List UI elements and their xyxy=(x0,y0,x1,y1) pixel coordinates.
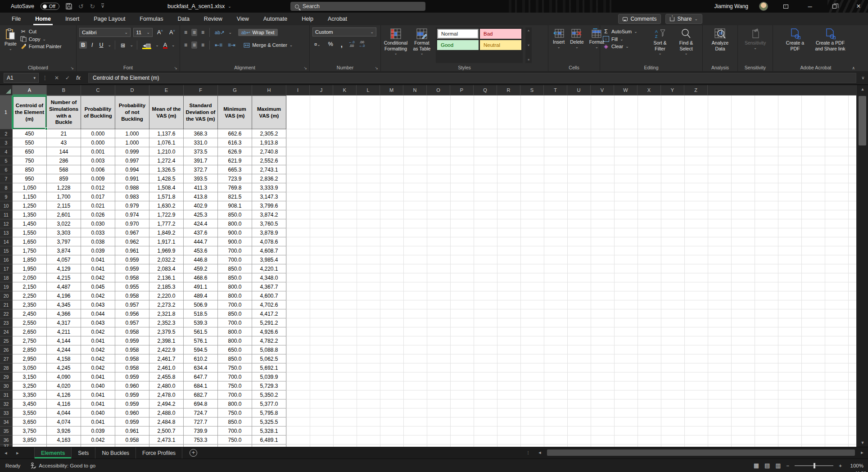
row-header-15[interactable]: 15 xyxy=(0,246,13,255)
decrease-decimal-button[interactable]: .00→.0 xyxy=(359,41,365,48)
cell-H32[interactable]: 5,377.0 xyxy=(252,399,286,408)
search-input[interactable]: Search xyxy=(290,2,425,11)
share-button[interactable]: Share ⌄ xyxy=(665,14,702,24)
underline-chevron-icon[interactable]: ⌄ xyxy=(108,43,112,47)
cell-A33[interactable]: 3,550 xyxy=(13,408,47,418)
gallery-down-icon[interactable]: ˅ xyxy=(528,44,529,47)
empty-cells-filler[interactable] xyxy=(286,273,856,282)
cell-E14[interactable]: 1,917.1 xyxy=(149,237,184,246)
row-header-14[interactable]: 14 xyxy=(0,237,13,246)
cell-B17[interactable]: 4,129 xyxy=(47,264,81,273)
cell-B31[interactable]: 4,126 xyxy=(47,390,81,399)
document-title[interactable]: buckfast_A_scen1.xlsx ⌄ xyxy=(167,0,231,13)
ribbon-tab[interactable]: Home xyxy=(28,13,58,25)
gallery-up-icon[interactable]: ˄ xyxy=(528,29,529,32)
row-header-32[interactable]: 32 xyxy=(0,399,13,408)
cell-E9[interactable]: 1,571.8 xyxy=(149,192,184,201)
cell-E5[interactable]: 1,272.4 xyxy=(149,156,184,165)
row-header-23[interactable]: 23 xyxy=(0,318,13,327)
cell-F32[interactable]: 694.8 xyxy=(184,399,218,408)
cell-H3[interactable]: 1,913.8 xyxy=(252,138,286,147)
cell-F11[interactable]: 425.3 xyxy=(184,210,218,219)
cell-D36[interactable]: 0.958 xyxy=(115,436,149,445)
cell-B8[interactable]: 1,228 xyxy=(47,183,81,192)
cell-D24[interactable]: 0.958 xyxy=(115,327,149,336)
cell-F23[interactable]: 539.3 xyxy=(184,318,218,327)
cell-B28[interactable]: 4,245 xyxy=(47,363,81,372)
cell-B24[interactable]: 4,211 xyxy=(47,327,81,336)
cell-H19[interactable]: 4,367.7 xyxy=(252,282,286,291)
cell-D15[interactable]: 0.961 xyxy=(115,246,149,255)
cell-H15[interactable]: 4,608.7 xyxy=(252,246,286,255)
empty-cells-filler[interactable] xyxy=(286,282,856,291)
ribbon-tab[interactable]: File xyxy=(5,13,28,25)
cell-A14[interactable]: 1,650 xyxy=(13,237,47,246)
cell-D32[interactable]: 0.959 xyxy=(115,399,149,408)
cell-G2[interactable]: 662.6 xyxy=(218,129,252,138)
row-header-12[interactable]: 12 xyxy=(0,219,13,228)
cell-D9[interactable]: 0.983 xyxy=(115,192,149,201)
empty-cells-filler[interactable] xyxy=(286,418,856,427)
cell-E21[interactable]: 2,273.2 xyxy=(149,300,184,309)
cell-H28[interactable]: 5,692.1 xyxy=(252,363,286,372)
cell-E1[interactable]: Mean of the VAS (m) xyxy=(149,95,184,129)
cell-D10[interactable]: 0.979 xyxy=(115,201,149,210)
cell-F31[interactable]: 682.7 xyxy=(184,390,218,399)
cell-A18[interactable]: 2,050 xyxy=(13,273,47,282)
empty-cells-filler[interactable] xyxy=(286,309,856,318)
cell-A34[interactable]: 3,650 xyxy=(13,418,47,427)
vertical-scrollbar-thumb[interactable] xyxy=(859,96,866,145)
italic-button[interactable]: I xyxy=(90,41,95,49)
gallery-more-icon[interactable]: ≡ xyxy=(528,58,529,61)
row-header-17[interactable]: 17 xyxy=(0,264,13,273)
cell-A7[interactable]: 950 xyxy=(13,174,47,183)
cell-C13[interactable]: 0.033 xyxy=(81,228,115,237)
cell-C5[interactable]: 0.003 xyxy=(81,156,115,165)
empty-cells-filler[interactable] xyxy=(286,399,856,408)
cell-E4[interactable]: 1,210.0 xyxy=(149,147,184,156)
cell-C25[interactable]: 0.041 xyxy=(81,336,115,345)
cell-G19[interactable]: 800.0 xyxy=(218,282,252,291)
cell-A32[interactable]: 3,450 xyxy=(13,399,47,408)
cell-G17[interactable]: 850.0 xyxy=(218,264,252,273)
cell-G10[interactable]: 908.1 xyxy=(218,201,252,210)
cell-F4[interactable]: 373.5 xyxy=(184,147,218,156)
cell-F14[interactable]: 444.7 xyxy=(184,237,218,246)
cell-H14[interactable]: 4,078.6 xyxy=(252,237,286,246)
cell-H11[interactable]: 3,874.2 xyxy=(252,210,286,219)
cell-G13[interactable]: 900.0 xyxy=(218,228,252,237)
cell-A12[interactable]: 1,450 xyxy=(13,219,47,228)
column-header-Q[interactable]: Q xyxy=(474,85,497,95)
cell-F3[interactable]: 331.0 xyxy=(184,138,218,147)
cell-A28[interactable]: 3,050 xyxy=(13,363,47,372)
cell-G33[interactable]: 750.0 xyxy=(218,408,252,418)
empty-cells-filler[interactable] xyxy=(286,156,856,165)
cell-C17[interactable]: 0.041 xyxy=(81,264,115,273)
column-header-X[interactable]: X xyxy=(637,85,661,95)
cell-A13[interactable]: 1,550 xyxy=(13,228,47,237)
cell-B18[interactable]: 4,215 xyxy=(47,273,81,282)
cell-C28[interactable]: 0.042 xyxy=(81,363,115,372)
formula-bar-expand-icon[interactable]: ∨ xyxy=(858,75,868,80)
empty-cells-filler[interactable] xyxy=(286,354,856,363)
cell-G32[interactable]: 800.0 xyxy=(218,399,252,408)
cell-D16[interactable]: 0.959 xyxy=(115,255,149,264)
cell-H5[interactable]: 2,552.6 xyxy=(252,156,286,165)
cell-C10[interactable]: 0.021 xyxy=(81,201,115,210)
cell-F30[interactable]: 684.1 xyxy=(184,381,218,390)
cell-B12[interactable]: 3,022 xyxy=(47,219,81,228)
row-header-36[interactable]: 36 xyxy=(0,436,13,445)
empty-cells-filler[interactable] xyxy=(286,210,856,219)
cell-H31[interactable]: 5,350.2 xyxy=(252,390,286,399)
increase-font-size-button[interactable]: A˄ xyxy=(155,28,165,36)
cell-A19[interactable]: 2,150 xyxy=(13,282,47,291)
ribbon-tab[interactable]: Review xyxy=(197,13,230,25)
row-header-16[interactable]: 16 xyxy=(0,255,13,264)
column-header-Y[interactable]: Y xyxy=(661,85,684,95)
cell-B30[interactable]: 4,020 xyxy=(47,381,81,390)
align-middle-icon[interactable]: ≡ xyxy=(191,29,197,36)
cell-F36[interactable]: 753.3 xyxy=(184,436,218,445)
ribbon-tab[interactable]: Automate xyxy=(256,13,295,25)
sheet-nav-right-icon[interactable]: ► xyxy=(12,447,23,458)
comments-button[interactable]: Comments xyxy=(618,14,661,24)
